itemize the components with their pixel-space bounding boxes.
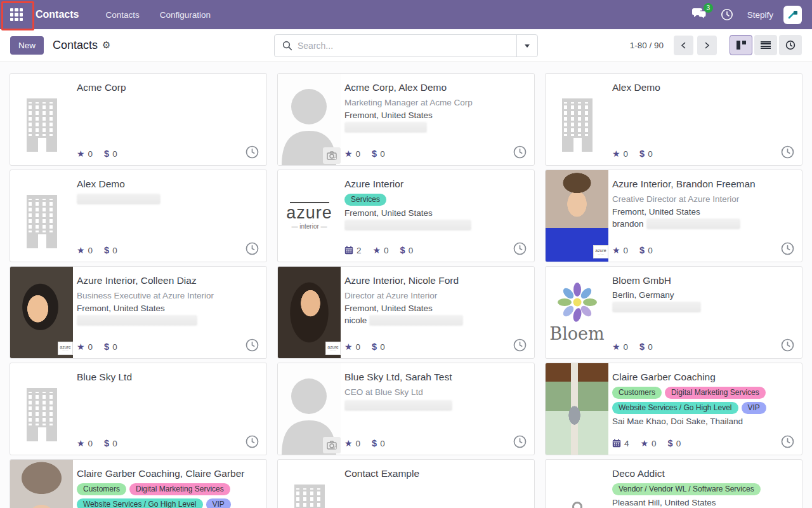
contact-subtitle: Marketing Manager at Acme Corp xyxy=(344,97,525,109)
redacted-email-blur xyxy=(344,400,452,411)
kanban-view-button[interactable] xyxy=(730,35,752,55)
contact-card[interactable]: Deco Addict Vendor / Vendor WL / Softwar… xyxy=(545,459,802,508)
opportunity-star-count[interactable]: 0 xyxy=(77,149,93,159)
contact-tag: Digital Marketing Services xyxy=(129,483,230,495)
kanban-grid: Acme Corp 00 Acme Corp, Alex Demo Market… xyxy=(10,73,802,508)
pager-next-button[interactable] xyxy=(697,36,717,55)
contact-card[interactable]: Blue Sky Ltd, Sarah Test CEO at Blue Sky… xyxy=(277,363,535,455)
activity-clock-icon[interactable] xyxy=(781,242,794,255)
search-dropdown-button[interactable] xyxy=(516,35,537,57)
gear-icon[interactable] xyxy=(102,39,110,51)
opportunity-star-count[interactable]: 0 xyxy=(612,245,628,255)
star-icon xyxy=(77,438,85,448)
camera-icon[interactable] xyxy=(323,437,341,453)
sales-amount[interactable]: 0 xyxy=(400,245,414,255)
contact-card[interactable]: Acme Corp, Alex Demo Marketing Manager a… xyxy=(277,73,535,166)
contact-card[interactable]: Azure Interior, Colleen Diaz Business Ex… xyxy=(10,266,267,359)
building-icon xyxy=(562,98,593,152)
star-icon xyxy=(77,245,85,255)
apps-menu-button[interactable] xyxy=(0,0,33,29)
opportunity-star-count[interactable]: 0 xyxy=(77,342,93,352)
activity-clock-icon[interactable] xyxy=(781,338,794,352)
sales-amount[interactable]: 0 xyxy=(639,342,653,352)
contact-card[interactable]: Contact Example xyxy=(277,459,535,508)
contact-card[interactable]: Acme Corp 00 xyxy=(10,73,267,166)
sales-amount[interactable]: 0 xyxy=(372,342,385,352)
activities-button[interactable] xyxy=(717,6,737,23)
menu-contacts[interactable]: Contacts xyxy=(96,0,148,29)
opportunity-star-count[interactable]: 0 xyxy=(612,342,628,352)
pager-prev-button[interactable] xyxy=(674,36,693,55)
menu-configuration[interactable]: Configuration xyxy=(151,0,219,29)
star-icon xyxy=(373,245,381,255)
activity-clock-icon[interactable] xyxy=(781,435,794,448)
opportunity-star-count[interactable]: 0 xyxy=(344,438,360,448)
meeting-count[interactable]: 2 xyxy=(344,246,362,255)
sales-amount[interactable]: 0 xyxy=(372,438,385,448)
contact-card[interactable]: Alex Demo 00 xyxy=(545,73,802,166)
email-prefix: brandon xyxy=(612,219,644,229)
contact-email xyxy=(344,220,525,231)
activity-clock-icon[interactable] xyxy=(246,435,259,448)
contact-tag: Customers xyxy=(77,483,126,495)
contact-card[interactable]: Claire Garber Coaching CustomersDigital … xyxy=(545,363,802,455)
sales-amount[interactable]: 0 xyxy=(639,245,653,255)
opportunity-star-count[interactable]: 0 xyxy=(344,149,360,159)
activity-clock-icon[interactable] xyxy=(513,338,527,352)
activity-clock-icon[interactable] xyxy=(246,242,259,255)
redacted-email-blur xyxy=(77,194,160,204)
contact-tags: CustomersDigital Marketing ServicesWebsi… xyxy=(612,387,793,414)
opportunity-star-count[interactable]: 0 xyxy=(641,438,657,448)
opportunity-star-count[interactable]: 0 xyxy=(373,245,389,255)
contact-location: Sai Mae Khao, Doi Sake, Thailand xyxy=(612,417,793,426)
activity-clock-icon[interactable] xyxy=(246,145,259,159)
user-avatar[interactable] xyxy=(783,6,802,24)
contact-card[interactable]: azure — interior — Azure Interior Servic… xyxy=(277,170,535,262)
contact-card[interactable]: Alex Demo 00 xyxy=(10,170,267,262)
sales-amount[interactable]: 0 xyxy=(104,245,117,255)
activity-clock-icon[interactable] xyxy=(781,145,794,159)
sales-amount[interactable]: 0 xyxy=(104,438,117,448)
opportunity-star-count[interactable]: 0 xyxy=(77,438,93,448)
sales-amount[interactable]: 0 xyxy=(639,149,653,159)
contact-location: Berlin, Germany xyxy=(612,290,793,300)
contact-subtitle: CEO at Blue Sky Ltd xyxy=(344,387,525,398)
list-view-button[interactable] xyxy=(754,35,777,55)
sales-amount[interactable]: 0 xyxy=(104,342,117,352)
contact-card[interactable]: Azure Interior, Brandon Freeman Creative… xyxy=(545,170,802,262)
app-title[interactable]: Contacts xyxy=(36,9,79,20)
activity-clock-icon[interactable] xyxy=(513,242,527,255)
search-input[interactable] xyxy=(298,41,516,51)
new-button[interactable]: New xyxy=(10,36,44,55)
email-prefix: nicole xyxy=(344,316,367,325)
sales-amount[interactable]: 0 xyxy=(104,149,117,159)
contact-location: Fremont, United States xyxy=(344,208,525,218)
contact-name: Acme Corp xyxy=(77,81,258,95)
contact-stats: 00 xyxy=(77,149,117,159)
contact-card[interactable]: Claire Garber Coaching, Claire Garber Cu… xyxy=(10,459,267,508)
opportunity-star-count[interactable]: 0 xyxy=(77,245,93,255)
activity-clock-icon[interactable] xyxy=(513,145,527,159)
calendar-icon xyxy=(612,439,621,448)
activity-clock-icon[interactable] xyxy=(513,435,527,448)
contact-card[interactable]: Azure Interior, Nicole Ford Director at … xyxy=(277,266,535,359)
sales-amount[interactable]: 0 xyxy=(372,149,385,159)
company-switcher[interactable]: Stepify xyxy=(747,10,773,20)
contact-card[interactable]: Bloem Bloem GmbH Berlin, Germany 00 xyxy=(545,266,802,359)
activity-clock-icon[interactable] xyxy=(246,338,259,352)
dollar-icon xyxy=(400,245,405,255)
opportunity-star-count[interactable]: 0 xyxy=(612,149,628,159)
camera-icon[interactable] xyxy=(323,147,341,164)
meeting-count[interactable]: 4 xyxy=(612,439,629,448)
redacted-email-blur xyxy=(646,218,740,229)
sales-amount[interactable]: 0 xyxy=(668,438,681,448)
contact-card[interactable]: Blue Sky Ltd 00 xyxy=(10,363,267,455)
activity-view-button[interactable] xyxy=(779,35,802,55)
contact-stats: 00 xyxy=(344,342,385,352)
breadcrumb[interactable]: Contacts xyxy=(53,39,98,52)
contact-tag: VIP xyxy=(742,402,766,414)
opportunity-star-count[interactable]: 0 xyxy=(344,342,360,352)
contact-stats: 00 xyxy=(77,438,117,448)
building-icon xyxy=(546,74,608,165)
messages-button[interactable]: 3 xyxy=(688,4,710,25)
